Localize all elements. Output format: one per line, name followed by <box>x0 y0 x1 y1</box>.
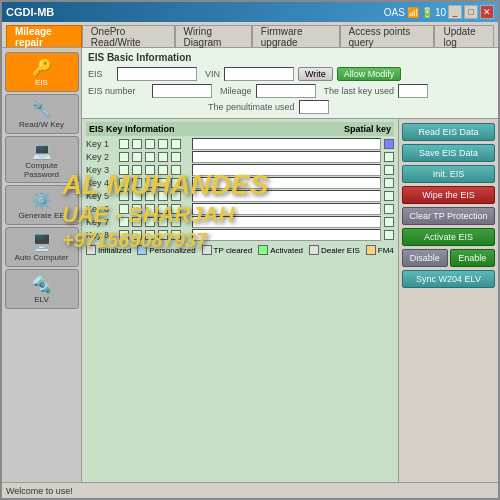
key5-spatial[interactable] <box>384 191 394 201</box>
close-button[interactable]: ✕ <box>480 5 494 19</box>
sidebar-item-eis[interactable]: 🔑 EIS <box>5 52 79 92</box>
tab-mileage[interactable]: Mileage repair <box>6 25 82 47</box>
key5-input[interactable] <box>192 190 381 202</box>
key2-cb1[interactable] <box>119 152 129 162</box>
key8-cb5[interactable] <box>171 230 181 240</box>
key2-cb5[interactable] <box>171 152 181 162</box>
sync-elv-button[interactable]: Sync W204 ELV <box>402 270 495 288</box>
mileage-input[interactable] <box>256 84 316 98</box>
sidebar-item-autocomp[interactable]: 🖥️ Auto Computer <box>5 227 79 267</box>
clear-tp-button[interactable]: Clear TP Protection <box>402 207 495 225</box>
autocomp-icon: 🖥️ <box>28 232 56 252</box>
save-eis-button[interactable]: Save EIS Data <box>402 144 495 162</box>
key4-cb3[interactable] <box>145 178 155 188</box>
sidebar-item-compute[interactable]: 💻 Compute Password <box>5 136 79 183</box>
key1-spatial[interactable] <box>384 139 394 149</box>
key-row-5: Key 5 <box>86 190 394 202</box>
personalized-label: Personalized <box>149 246 195 255</box>
key1-cb4[interactable] <box>158 139 168 149</box>
key2-input[interactable] <box>192 151 381 163</box>
key7-cb4[interactable] <box>158 217 168 227</box>
disable-button[interactable]: Disable <box>402 249 448 267</box>
key1-cb5[interactable] <box>171 139 181 149</box>
write-button[interactable]: Write <box>298 67 333 81</box>
key3-cb4[interactable] <box>158 165 168 175</box>
status-text: Welcome to use! <box>6 486 73 496</box>
eis-field-input[interactable] <box>117 67 197 81</box>
key6-cb3[interactable] <box>145 204 155 214</box>
key7-cb5[interactable] <box>171 217 181 227</box>
key7-cb2[interactable] <box>132 217 142 227</box>
enable-button[interactable]: Enable <box>450 249 496 267</box>
minimize-button[interactable]: _ <box>448 5 462 19</box>
eis-number-input[interactable] <box>152 84 212 98</box>
key8-cb3[interactable] <box>145 230 155 240</box>
key2-cb4[interactable] <box>158 152 168 162</box>
key8-cb2[interactable] <box>132 230 142 240</box>
tp-box <box>202 245 212 255</box>
key8-cb4[interactable] <box>158 230 168 240</box>
key8-cb1[interactable] <box>119 230 129 240</box>
initialized-box <box>86 245 96 255</box>
key5-cb1[interactable] <box>119 191 129 201</box>
key3-cb3[interactable] <box>145 165 155 175</box>
wipe-eis-button[interactable]: Wipe the EIS <box>402 186 495 204</box>
key2-label: Key 2 <box>86 152 116 162</box>
sidebar-item-elv[interactable]: 🔩 ELV <box>5 269 79 309</box>
key4-cb1[interactable] <box>119 178 129 188</box>
tab-firmware[interactable]: Firmware upgrade <box>252 25 340 47</box>
key4-cb2[interactable] <box>132 178 142 188</box>
key2-cb3[interactable] <box>145 152 155 162</box>
key7-input[interactable] <box>192 216 381 228</box>
maximize-button[interactable]: □ <box>464 5 478 19</box>
key4-cb4[interactable] <box>158 178 168 188</box>
key2-spatial[interactable] <box>384 152 394 162</box>
key1-cb1[interactable] <box>119 139 129 149</box>
key5-cb2[interactable] <box>132 191 142 201</box>
sidebar-eis-label: EIS <box>35 78 48 87</box>
key5-cb4[interactable] <box>158 191 168 201</box>
penultimate-input[interactable] <box>299 100 329 114</box>
key6-cb4[interactable] <box>158 204 168 214</box>
key-rows: Key 1 Key 2 <box>86 138 394 241</box>
key7-cb1[interactable] <box>119 217 129 227</box>
tab-update[interactable]: Update log <box>434 25 494 47</box>
key1-input[interactable] <box>192 138 381 150</box>
key6-spatial[interactable] <box>384 204 394 214</box>
sidebar-item-generate[interactable]: ⚙️ Generate EE <box>5 185 79 225</box>
tab-onepro[interactable]: OnePro Read/Write <box>82 25 175 47</box>
key6-input[interactable] <box>192 203 381 215</box>
key3-input[interactable] <box>192 164 381 176</box>
sidebar-autocomp-label: Auto Computer <box>15 253 69 262</box>
read-eis-button[interactable]: Read EIS Data <box>402 123 495 141</box>
key1-label: Key 1 <box>86 139 116 149</box>
activate-eis-button[interactable]: Activate EIS <box>402 228 495 246</box>
key1-cb3[interactable] <box>145 139 155 149</box>
key7-spatial[interactable] <box>384 217 394 227</box>
key8-spatial[interactable] <box>384 230 394 240</box>
key1-cb2[interactable] <box>132 139 142 149</box>
key4-input[interactable] <box>192 177 381 189</box>
key4-spatial[interactable] <box>384 178 394 188</box>
last-key-input[interactable] <box>398 84 428 98</box>
sidebar-item-readwrite[interactable]: 🔧 Read/W Key <box>5 94 79 134</box>
key4-cb5[interactable] <box>171 178 181 188</box>
key6-cb2[interactable] <box>132 204 142 214</box>
key6-cb5[interactable] <box>171 204 181 214</box>
key5-cb3[interactable] <box>145 191 155 201</box>
vin-input[interactable] <box>224 67 294 81</box>
compute-icon: 💻 <box>28 140 56 160</box>
key5-cb5[interactable] <box>171 191 181 201</box>
key3-cb2[interactable] <box>132 165 142 175</box>
key7-cb3[interactable] <box>145 217 155 227</box>
key8-input[interactable] <box>192 229 381 241</box>
key2-cb2[interactable] <box>132 152 142 162</box>
tab-access[interactable]: Access points query <box>340 25 435 47</box>
key3-cb1[interactable] <box>119 165 129 175</box>
tab-wiring[interactable]: Wiring Diagram <box>175 25 252 47</box>
key6-cb1[interactable] <box>119 204 129 214</box>
init-eis-button[interactable]: Init. EIS <box>402 165 495 183</box>
allow-modify-button[interactable]: Allow Modify <box>337 67 402 81</box>
key3-cb5[interactable] <box>171 165 181 175</box>
key3-spatial[interactable] <box>384 165 394 175</box>
